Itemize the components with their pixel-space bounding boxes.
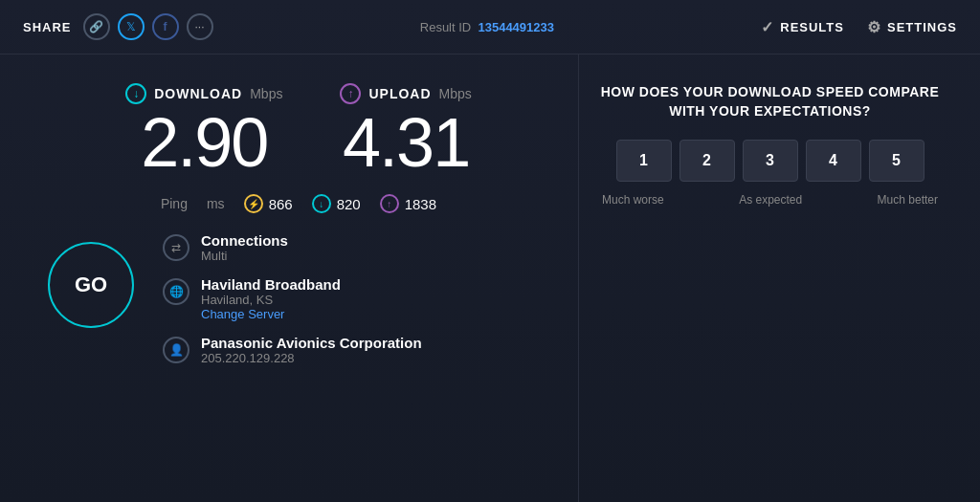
server-item: 🌐 Haviland Broadband Haviland, KS Change… [163,276,422,321]
left-section: ↓ DOWNLOAD Mbps 2.90 ↑ UPLOAD Mbps 4.31 [38,55,559,502]
rating-btn-3[interactable]: 3 [743,140,798,182]
speed-section: ↓ DOWNLOAD Mbps 2.90 ↑ UPLOAD Mbps 4.31 [38,74,559,186]
share-link-icon[interactable]: 🔗 [83,13,110,40]
upload-unit: Mbps [439,86,472,101]
topbar-left: SHARE 🔗 𝕏 f ··· [23,13,213,40]
server-text: Haviland Broadband Haviland, KS Change S… [201,276,341,321]
rating-btn-5[interactable]: 5 [869,140,924,182]
server-icon: 🌐 [163,278,189,305]
social-icons: 🔗 𝕏 f ··· [83,13,213,40]
share-label: SHARE [23,20,72,34]
share-facebook-icon[interactable]: f [152,13,179,40]
settings-icon: ⚙ [867,18,881,36]
results-button[interactable]: ✓ RESULTS [761,18,844,36]
isp-item: 👤 Panasonic Avionics Corporation 205.220… [163,335,422,365]
upload-block: ↑ UPLOAD Mbps 4.31 [340,83,471,177]
connections-item: ⇄ Connections Multi [163,232,422,263]
download-label: DOWNLOAD [154,86,242,101]
ping-unit: ms [207,196,225,211]
jitter-up-icon: ↑ [380,194,399,213]
info-list: ⇄ Connections Multi 🌐 Haviland Broadband… [163,232,422,365]
result-id-value[interactable]: 13544491233 [478,20,554,34]
jitter-down-block: ↓ 820 [312,194,361,213]
download-block: ↓ DOWNLOAD Mbps 2.90 [125,83,282,177]
ping-row: Ping ms ⚡ 866 ↓ 820 ↑ 1838 [161,194,436,213]
jitter-down-value: 820 [337,196,361,212]
share-twitter-icon[interactable]: 𝕏 [118,13,145,40]
jitter-up-block: ↑ 1838 [380,194,436,213]
rating-labels: Much worse As expected Much better [598,193,942,207]
download-unit: Mbps [250,86,282,101]
share-more-icon[interactable]: ··· [187,13,213,40]
right-section: HOW DOES YOUR DOWNLOAD SPEED COMPARE WIT… [578,55,942,502]
ping-yellow-icon: ⚡ [244,194,263,213]
connections-icon: ⇄ [163,234,189,261]
results-label: RESULTS [780,20,844,34]
isp-icon: 👤 [163,337,189,363]
download-label-row: ↓ DOWNLOAD Mbps [125,83,282,104]
go-button[interactable]: GO [48,242,134,328]
main-content: ↓ DOWNLOAD Mbps 2.90 ↑ UPLOAD Mbps 4.31 [0,55,980,502]
jitter-down-icon: ↓ [312,194,331,213]
rating-label-left: Much worse [602,193,664,207]
server-label: Haviland Broadband [201,276,341,293]
connections-value: Multi [201,249,288,263]
connections-label: Connections [201,232,288,249]
rating-label-right: Much better [878,193,938,207]
jitter-up-value: 1838 [405,196,436,212]
topbar: SHARE 🔗 𝕏 f ··· Result ID 13544491233 ✓ … [0,0,980,55]
download-value: 2.90 [125,108,282,177]
isp-label-part1: Panasonic Avionics [201,335,336,351]
rating-btn-1[interactable]: 1 [616,140,672,182]
compare-title: HOW DOES YOUR DOWNLOAD SPEED COMPARE WIT… [598,83,942,120]
connections-text: Connections Multi [201,232,288,263]
result-id-label: Result ID [420,20,471,34]
rating-btn-2[interactable]: 2 [679,140,735,182]
topbar-right: ✓ RESULTS ⚙ SETTINGS [761,18,957,36]
rating-label-center: As expected [739,193,802,207]
upload-icon: ↑ [340,83,361,104]
bottom-left: GO ⇄ Connections Multi 🌐 Hav [38,213,559,365]
rating-btn-4[interactable]: 4 [806,140,861,182]
rating-row: 1 2 3 4 5 [598,140,942,182]
settings-button[interactable]: ⚙ SETTINGS [867,18,957,36]
ping-value: 866 [269,196,293,212]
topbar-center: Result ID 13544491233 [420,20,554,34]
change-server-link[interactable]: Change Server [201,307,341,321]
isp-text: Panasonic Avionics Corporation 205.220.1… [201,335,422,365]
upload-value: 4.31 [340,108,471,177]
server-location: Haviland, KS [201,293,341,307]
upload-label-row: ↑ UPLOAD Mbps [340,83,471,104]
isp-ip: 205.220.129.228 [201,351,422,365]
isp-label-part2: Corporation [340,335,422,351]
app: SHARE 🔗 𝕏 f ··· Result ID 13544491233 ✓ … [0,0,980,502]
upload-label: UPLOAD [368,86,431,101]
settings-label: SETTINGS [887,20,957,34]
ping-value-block: ⚡ 866 [244,194,293,213]
isp-label: Panasonic Avionics Corporation [201,335,422,351]
results-icon: ✓ [761,18,774,36]
download-icon: ↓ [125,83,146,104]
ping-label: Ping [161,196,188,211]
